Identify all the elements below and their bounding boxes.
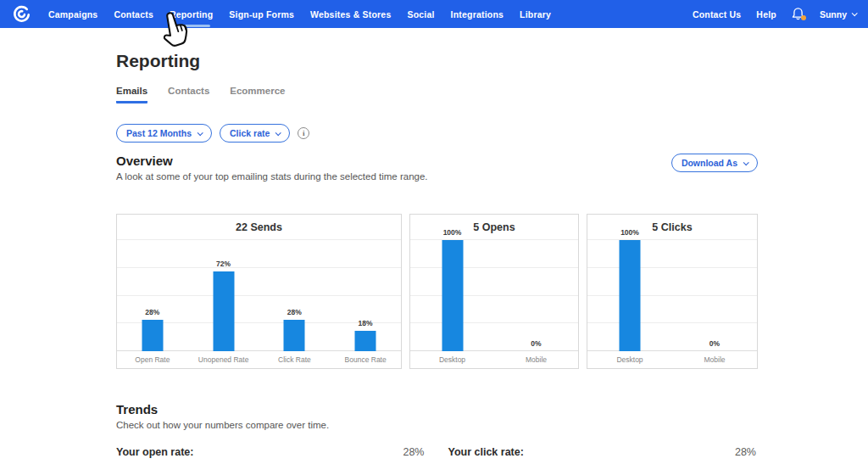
top-navigation: Campaigns Contacts Reporting Sign-up For… (0, 0, 868, 28)
trend-value: 28% (403, 446, 424, 458)
chart-title: 22 Sends (117, 221, 401, 233)
user-name: Sunny (820, 9, 847, 20)
notification-badge (801, 15, 806, 20)
gridline (587, 239, 757, 240)
metric-value: Click rate (230, 128, 270, 138)
time-range-value: Past 12 Months (126, 128, 192, 138)
trend-row: Your click rate: 28% (448, 440, 759, 464)
gridline (410, 267, 578, 268)
clicks-bar-chart: 100%0% (587, 240, 757, 351)
bar-value-label: 100% (620, 228, 639, 237)
nav-items: Campaigns Contacts Reporting Sign-up For… (48, 0, 551, 28)
nav-item-signup-forms[interactable]: Sign-up Forms (229, 0, 294, 28)
trend-label: Your click rate: (448, 446, 524, 458)
bar-desktop (620, 240, 641, 351)
chevron-down-icon (743, 159, 749, 165)
gridline (587, 267, 757, 268)
nav-item-websites-stores[interactable]: Websites & Stores (310, 0, 391, 28)
overview-title: Overview (116, 154, 428, 168)
clicks-chart-card: 5 Clicks 100%0% DesktopMobile (587, 214, 758, 369)
nav-item-library[interactable]: Library (520, 0, 551, 28)
chevron-down-icon (852, 10, 858, 16)
category-label: Bounce Rate (345, 355, 387, 364)
open-rate-card: Your open rate: 28% vs. previous 12 mont… (116, 440, 426, 464)
gridline (410, 239, 578, 240)
category-label: Click Rate (278, 355, 311, 364)
category-label: Unopened Rate (198, 355, 249, 364)
sends-bar-chart: 28%72%28%18% (117, 240, 401, 351)
sends-chart-card: 22 Sends 28%72%28%18% Open RateUnopened … (116, 214, 402, 369)
nav-right-section: Contact Us Help Sunny (693, 0, 856, 28)
tab-ecommerce[interactable]: Ecommerce (230, 86, 285, 103)
gridline (587, 322, 757, 323)
main-content: Reporting Emails Contacts Ecommerce Past… (116, 51, 758, 464)
report-tabs: Emails Contacts Ecommerce (116, 86, 758, 103)
overview-subtitle: A look at some of your top emailing stat… (116, 171, 428, 182)
bar-value-label: 0% (709, 339, 720, 348)
gridline (410, 322, 578, 323)
bar-value-label: 72% (216, 260, 231, 268)
trend-row: Your open rate: 28% (116, 440, 426, 464)
overview-charts: 22 Sends 28%72%28%18% Open RateUnopened … (116, 214, 758, 369)
gridline (117, 295, 401, 296)
gridline (587, 350, 757, 351)
category-label: Open Rate (135, 355, 170, 364)
bar-click-rate (284, 320, 305, 351)
filter-bar: Past 12 Months Click rate (116, 124, 758, 143)
bar-value-label: 18% (359, 319, 373, 327)
nav-item-campaigns[interactable]: Campaigns (48, 0, 97, 28)
gridline (410, 295, 578, 296)
help-link[interactable]: Help (756, 0, 776, 28)
category-label: Desktop (439, 355, 465, 364)
contact-us-link[interactable]: Contact Us (693, 0, 741, 28)
chart-title: 5 Opens (410, 221, 578, 233)
category-label: Mobile (704, 355, 725, 364)
nav-item-social[interactable]: Social (407, 0, 434, 28)
chart-title: 5 Clicks (587, 221, 757, 233)
trends-subtitle: Check out how your numbers compare over … (116, 420, 758, 430)
gridline (117, 239, 401, 240)
download-as-button[interactable]: Download As (671, 154, 758, 172)
nav-item-reporting-label: Reporting (170, 9, 213, 20)
trend-label: Your open rate: (116, 446, 193, 458)
bar-bounce-rate (355, 331, 376, 351)
bar-desktop (442, 240, 463, 351)
user-menu[interactable]: Sunny (820, 9, 856, 20)
click-rate-card: Your click rate: 28% vs. previous 12 mon… (448, 440, 759, 464)
category-label: Mobile (526, 355, 547, 364)
metric-dropdown[interactable]: Click rate (220, 124, 290, 143)
chevron-down-icon (198, 130, 203, 136)
overview-header: Overview A look at some of your top emai… (116, 154, 758, 182)
trends-section: Trends Check out how your numbers compar… (116, 402, 758, 464)
gridline (587, 295, 757, 296)
category-label: Desktop (616, 355, 643, 364)
constant-contact-logo-icon[interactable] (12, 4, 31, 24)
opens-bar-chart: 100%0% (410, 240, 578, 351)
tab-emails[interactable]: Emails (116, 86, 147, 103)
bar-value-label: 0% (531, 339, 541, 348)
info-icon[interactable] (298, 127, 309, 139)
trend-value: 28% (735, 446, 756, 458)
nav-item-contacts[interactable]: Contacts (114, 0, 153, 28)
nav-active-indicator (173, 25, 210, 27)
bar-open-rate (142, 320, 163, 351)
gridline (117, 267, 401, 268)
download-as-label: Download As (682, 158, 737, 168)
bar-value-label: 100% (443, 228, 462, 237)
nav-item-reporting[interactable]: Reporting (170, 0, 213, 28)
trends-title: Trends (116, 402, 758, 416)
gridline (410, 350, 578, 351)
bar-value-label: 28% (287, 308, 302, 316)
time-range-dropdown[interactable]: Past 12 Months (116, 124, 212, 143)
notifications-button[interactable] (792, 7, 804, 21)
bar-unopened-rate (213, 271, 234, 351)
nav-item-integrations[interactable]: Integrations (451, 0, 504, 28)
opens-chart-card: 5 Opens 100%0% DesktopMobile (409, 214, 579, 369)
chevron-down-icon (275, 130, 281, 136)
tab-contacts[interactable]: Contacts (168, 86, 209, 103)
bar-value-label: 28% (145, 308, 159, 316)
page-title: Reporting (116, 51, 758, 71)
trends-grid: Your open rate: 28% vs. previous 12 mont… (116, 440, 758, 464)
